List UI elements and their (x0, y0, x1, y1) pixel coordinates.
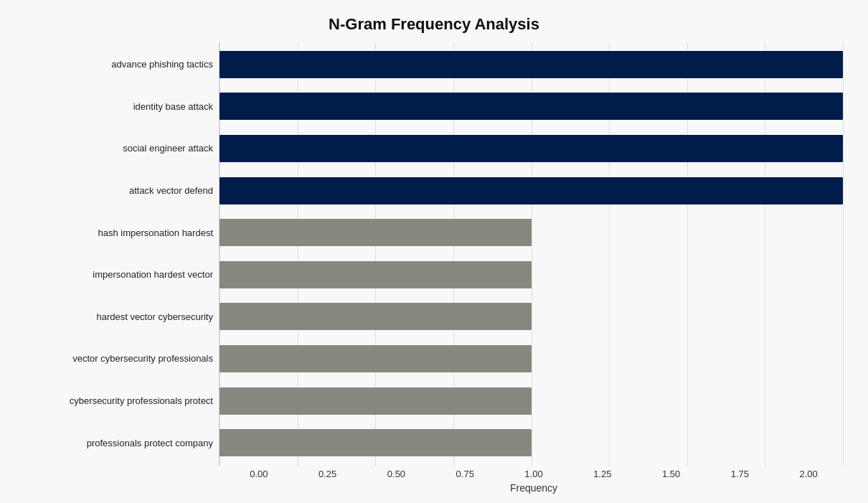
y-label: cybersecurity professionals protect (70, 382, 213, 420)
bar (220, 387, 532, 415)
chart-area: advance phishing tacticsidentity base at… (25, 42, 843, 466)
y-label: hardest vector cybersecurity (96, 298, 213, 335)
x-tick: 0.00 (225, 469, 293, 479)
bar-row (220, 424, 843, 461)
chart-title: N-Gram Frequency Analysis (25, 15, 843, 34)
bar (220, 429, 532, 456)
y-label: social engineer attack (123, 130, 213, 167)
bar (220, 135, 843, 162)
bar (220, 303, 532, 330)
bar (220, 219, 532, 246)
bars-area (219, 42, 843, 466)
bar-row (220, 88, 843, 125)
bar-row (220, 298, 843, 335)
y-label: hash impersonation hardest (98, 214, 213, 251)
x-axis: 0.000.250.500.751.001.251.501.752.00 (225, 469, 843, 479)
y-label: vector cybersecurity professionals (72, 340, 213, 377)
bar-row (220, 340, 843, 377)
bar-row (220, 130, 843, 167)
bar-row (220, 214, 843, 251)
bar (220, 261, 532, 288)
x-tick: 0.25 (293, 469, 362, 479)
bar (220, 51, 843, 78)
chart-container: N-Gram Frequency Analysis advance phishi… (11, 8, 857, 496)
bar (220, 93, 843, 120)
bar-row (220, 172, 843, 210)
x-tick: 0.50 (362, 469, 431, 479)
bar (220, 177, 843, 205)
x-tick: 2.00 (774, 469, 843, 479)
y-label: impersonation hardest vector (93, 256, 213, 293)
x-axis-label: Frequency (225, 482, 843, 494)
bar-row (220, 46, 843, 83)
x-tick: 1.50 (637, 469, 706, 479)
y-label: attack vector defend (129, 172, 213, 210)
bar (220, 345, 532, 372)
y-label: identity base attack (133, 88, 213, 125)
bar-row (220, 382, 843, 420)
x-tick: 1.25 (568, 469, 637, 479)
y-label: professionals protect company (87, 424, 213, 461)
x-tick: 1.00 (499, 469, 568, 479)
x-tick: 1.75 (705, 469, 774, 479)
bar-row (220, 256, 843, 293)
x-tick: 0.75 (430, 469, 499, 479)
y-labels: advance phishing tacticsidentity base at… (25, 42, 219, 466)
y-label: advance phishing tactics (111, 46, 213, 83)
